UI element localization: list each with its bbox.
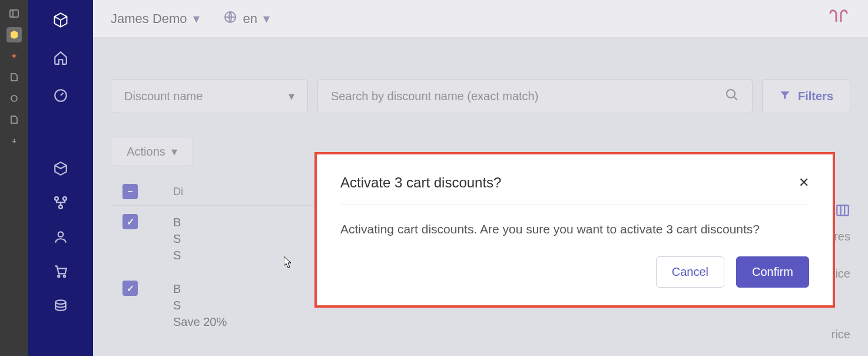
chevron-down-icon: ▾ <box>171 144 177 159</box>
svg-point-11 <box>55 300 65 304</box>
svg-point-8 <box>58 232 64 237</box>
select-all-checkbox[interactable] <box>122 184 138 199</box>
activity-plus-icon[interactable]: + <box>6 133 22 149</box>
modal-body: Activating cart discounts. Are you sure … <box>340 205 809 256</box>
svg-point-7 <box>59 205 62 209</box>
speedometer-icon[interactable] <box>52 87 69 104</box>
close-icon[interactable]: ✕ <box>799 175 809 190</box>
discount-name-dropdown[interactable]: Discount name ▾ <box>111 79 308 113</box>
modal-title: Activate 3 cart discounts? <box>340 174 501 191</box>
row-checkbox[interactable] <box>122 281 138 296</box>
svg-point-5 <box>55 197 58 200</box>
cancel-button[interactable]: Cancel <box>656 256 724 288</box>
confirm-button[interactable]: Confirm <box>736 256 809 288</box>
search-box[interactable] <box>317 79 753 113</box>
main: James Demo ▾ en ▾ Discount name ▾ <box>93 0 868 356</box>
column-name-header: Di <box>173 186 183 198</box>
svg-point-13 <box>727 90 735 98</box>
chevron-down-icon: ▾ <box>289 89 294 103</box>
lang-label: en <box>243 11 257 27</box>
svg-rect-14 <box>837 205 849 215</box>
svg-point-3 <box>11 95 17 101</box>
svg-point-9 <box>58 275 59 277</box>
svg-point-10 <box>64 275 65 277</box>
activity-file2-icon[interactable] <box>6 112 22 127</box>
lang-select[interactable]: en ▾ <box>223 10 270 28</box>
search-icon <box>725 88 739 104</box>
svg-point-6 <box>63 197 67 200</box>
cube-icon[interactable] <box>52 160 69 177</box>
activity-bar: ✦ + <box>0 0 28 356</box>
sidebar <box>28 0 93 356</box>
team-label: James Demo <box>111 11 187 27</box>
coins-icon[interactable] <box>52 297 69 314</box>
cart-icon[interactable] <box>52 263 69 279</box>
activity-circle-icon[interactable] <box>6 91 22 106</box>
home-icon[interactable] <box>52 50 69 66</box>
row-checkbox[interactable] <box>122 214 138 229</box>
actions-button[interactable]: Actions ▾ <box>111 137 193 166</box>
search-input[interactable] <box>331 90 725 103</box>
activity-sparkle-icon[interactable]: ✦ <box>6 48 22 64</box>
chevron-down-icon: ▾ <box>263 11 270 27</box>
team-select[interactable]: James Demo ▾ <box>111 11 200 27</box>
logo-icon[interactable] <box>52 12 69 28</box>
user-icon[interactable] <box>52 229 69 245</box>
svg-rect-0 <box>10 10 18 17</box>
org-icon[interactable] <box>52 195 69 211</box>
row-name: B S Save 20% <box>173 281 227 330</box>
chevron-down-icon: ▾ <box>193 11 200 27</box>
confirm-modal: Activate 3 cart discounts? ✕ Activating … <box>314 152 835 308</box>
activity-box-icon[interactable] <box>6 27 22 42</box>
svg-marker-2 <box>11 31 18 39</box>
brand-logo-icon <box>827 8 850 29</box>
globe-icon <box>223 10 237 28</box>
filters-label: Filters <box>798 90 833 103</box>
filter-icon <box>779 89 791 104</box>
dropdown-label: Discount name <box>124 90 203 103</box>
row-name: B S S <box>173 214 181 263</box>
actions-label: Actions <box>127 145 165 159</box>
price-column-fragment: rice <box>791 328 850 341</box>
filters-button[interactable]: Filters <box>762 79 850 113</box>
activity-file-icon[interactable] <box>6 70 22 85</box>
activity-split-icon[interactable] <box>6 6 22 21</box>
topbar: James Demo ▾ en ▾ <box>93 0 868 38</box>
